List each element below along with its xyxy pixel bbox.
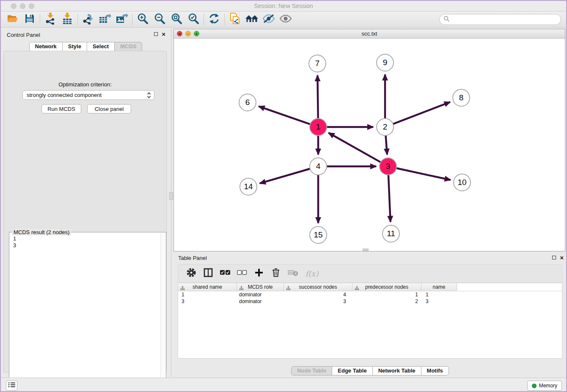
vertical-splitter-handle[interactable]	[169, 192, 173, 200]
zoom-fit-button[interactable]	[168, 13, 185, 26]
graph-node-2[interactable]: 2	[376, 118, 394, 136]
memory-status-dot	[532, 384, 537, 388]
panel-divider	[171, 29, 171, 377]
search-field[interactable]	[439, 14, 561, 25]
graph-node-15[interactable]: 15	[309, 226, 327, 244]
tab-motifs[interactable]: Motifs	[421, 366, 449, 375]
search-input[interactable]	[450, 17, 561, 23]
task-history-button[interactable]	[6, 381, 17, 391]
open-file-button[interactable]	[4, 13, 21, 26]
graph-node-7[interactable]: 7	[308, 55, 326, 72]
tab-network-table[interactable]: Network Table	[372, 366, 421, 375]
graph-node-3[interactable]: 3	[379, 157, 397, 175]
graph-edge-1-7[interactable]	[317, 75, 318, 119]
memory-button[interactable]: Memory	[527, 381, 562, 391]
close-panel-button[interactable]: Close panel	[87, 104, 131, 113]
duplicate-network-button[interactable]	[226, 13, 243, 26]
graph-edge-3-11[interactable]	[388, 174, 391, 222]
result-scrollbar[interactable]	[160, 233, 165, 391]
close-table-panel-icon[interactable]: ×	[560, 256, 564, 259]
refresh-icon	[209, 13, 220, 26]
delete-column-button[interactable]	[270, 268, 281, 279]
network-window-titlebar[interactable]: ✕ − + scc.txt	[174, 29, 565, 39]
show-all-button[interactable]	[277, 13, 294, 26]
graph-edge-2-3[interactable]	[385, 135, 387, 155]
graph-edge-3-10[interactable]	[396, 168, 451, 180]
refresh-view-button[interactable]	[206, 13, 223, 26]
tab-mcds[interactable]: MCDS	[114, 42, 142, 51]
table-row[interactable]: 1 dominator 4 1 1	[178, 291, 562, 298]
column-header-shared-name[interactable]: shared name	[178, 283, 237, 291]
graph-node-6[interactable]: 6	[239, 94, 256, 111]
column-header-name[interactable]: name	[421, 283, 457, 291]
unchecked-boxes-icon	[237, 270, 247, 277]
float-table-panel-icon[interactable]	[552, 256, 556, 259]
eye-icon	[279, 14, 292, 25]
control-panel-tabs: Network Style Select MCDS	[1, 42, 171, 51]
save-session-button[interactable]	[21, 13, 38, 26]
fx-icon: f(x)	[306, 269, 319, 278]
close-panel-icon[interactable]: ×	[162, 32, 165, 36]
edge-layer	[259, 75, 450, 223]
tab-network[interactable]: Network	[29, 42, 63, 51]
edge-layer-svg	[174, 39, 565, 251]
unselect-all-columns-button[interactable]	[237, 268, 248, 279]
table-row[interactable]: 3 dominator 3 2 3	[178, 298, 562, 305]
tab-style[interactable]: Style	[62, 42, 87, 51]
float-panel-icon[interactable]	[154, 32, 158, 36]
list-icon	[8, 382, 15, 389]
criterion-dropdown[interactable]: strongly connected component	[22, 90, 154, 100]
import-network-button[interactable]	[42, 13, 59, 26]
import-table-button[interactable]	[59, 13, 76, 26]
table-header-row: shared name MCDS role successor nodes pr…	[178, 283, 562, 291]
toolbar-separator	[204, 14, 204, 25]
zoom-out-button[interactable]	[151, 13, 168, 26]
show-columns-button[interactable]	[203, 268, 214, 279]
tab-edge-table[interactable]: Edge Table	[332, 366, 372, 375]
zoom-selected-button[interactable]	[185, 13, 202, 26]
application-window: Session: New Session	[0, 0, 567, 392]
graph-node-1[interactable]: 1	[309, 118, 327, 136]
main-toolbar	[1, 12, 566, 28]
header-filler	[457, 283, 562, 291]
graph-node-8[interactable]: 8	[452, 89, 470, 107]
toolbar-separator	[77, 14, 78, 25]
checked-boxes-icon	[220, 270, 231, 277]
graph-edge-4-14[interactable]	[260, 168, 311, 183]
horizontal-splitter-handle[interactable]	[363, 248, 369, 251]
export-network-button[interactable]	[80, 13, 96, 26]
export-image-button[interactable]	[113, 13, 130, 26]
column-header-mcds-role[interactable]: MCDS role	[237, 283, 284, 291]
zoom-in-button[interactable]	[134, 13, 151, 26]
first-neighbors-button[interactable]	[243, 13, 260, 26]
run-mcds-button[interactable]: Run MCDS	[41, 104, 81, 113]
column-header-predecessor-nodes[interactable]: predecessor nodes	[352, 283, 421, 291]
delete-table-icon	[287, 269, 298, 278]
tab-select[interactable]: Select	[87, 42, 115, 51]
graph-edge-1-6[interactable]	[259, 106, 311, 124]
tree-icon	[180, 285, 185, 293]
toolbar-separator	[132, 14, 132, 25]
hide-selected-button[interactable]	[260, 13, 277, 26]
graph-edge-3-1[interactable]	[328, 133, 381, 163]
tree-icon	[355, 285, 359, 293]
table-settings-button[interactable]	[186, 268, 197, 279]
graph-edge-2-8[interactable]	[392, 102, 450, 124]
select-all-columns-button[interactable]	[220, 268, 231, 279]
network-canvas[interactable]: 7968124314101511	[174, 39, 565, 251]
tree-icon	[286, 285, 291, 293]
create-column-button[interactable]	[253, 268, 264, 279]
import-network-icon	[45, 13, 56, 26]
delete-table-button[interactable]	[287, 268, 298, 279]
graph-node-11[interactable]: 11	[382, 225, 400, 243]
graph-node-14[interactable]: 14	[239, 178, 257, 196]
column-header-successor-nodes[interactable]: successor nodes	[284, 283, 352, 291]
graph-node-9[interactable]: 9	[376, 54, 394, 72]
mcds-panel: Optimization criterion: strongly connect…	[3, 51, 167, 373]
tab-node-table[interactable]: Node Table	[291, 366, 332, 375]
export-table-button[interactable]	[96, 13, 113, 26]
control-panel-title: Control Panel	[7, 32, 40, 38]
graph-node-10[interactable]: 10	[453, 174, 471, 191]
function-builder-button[interactable]: f(x)	[304, 268, 319, 279]
graph-node-4[interactable]: 4	[309, 157, 327, 175]
